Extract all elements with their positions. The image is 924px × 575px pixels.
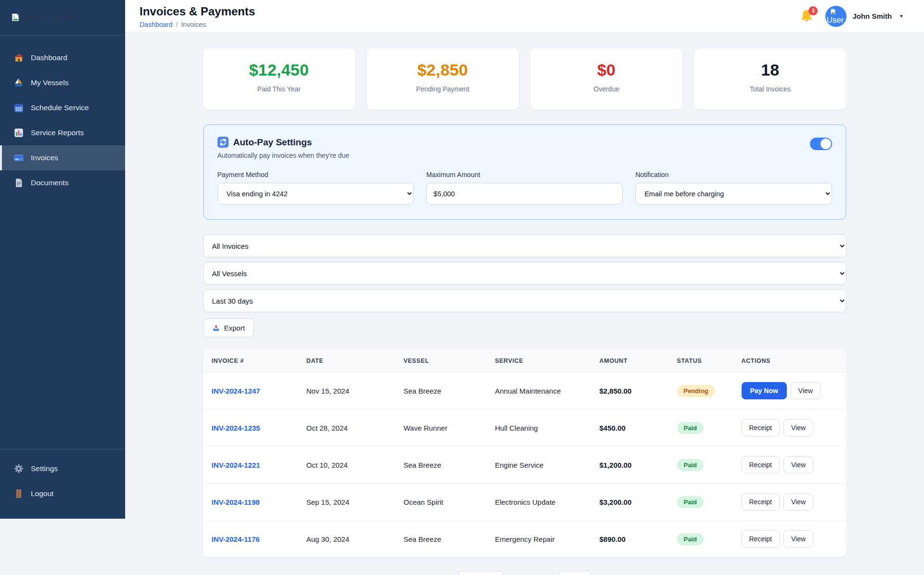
next-page-button[interactable]: Next [558,571,590,575]
invoice-vessel: Wave Runner [399,409,490,447]
sidebar-item-invoices[interactable]: Invoices [0,145,125,170]
column-header-vessel: VESSEL [399,349,490,372]
invoice-service: Electronics Update [490,484,595,521]
export-button-label: Export [224,324,245,332]
invoice-vessel: Ocean Spirit [399,484,490,521]
house-icon [13,52,24,63]
column-header-date: DATE [302,349,399,372]
invoice-link[interactable]: INV-2024-1235 [212,424,260,432]
user-name: John Smith [852,12,892,20]
content: $12,450 Paid This Year $2,850 Pending Pa… [203,33,847,575]
invoice-amount: $3,200.00 [600,498,632,506]
sidebar-item-documents[interactable]: Documents [0,170,125,195]
sidebar-item-settings[interactable]: Settings [0,456,125,481]
previous-page-button[interactable]: Previous [459,571,504,575]
autopay-title-row: Auto-Pay Settings [218,137,349,148]
invoices-table-card: INVOICE # DATE VESSEL SERVICE AMOUNT STA… [203,349,847,557]
invoice-date: Nov 15, 2024 [302,372,399,409]
sidebar-item-service-reports[interactable]: Service Reports [0,120,125,145]
invoice-amount: $1,200.00 [600,461,632,469]
table-row: INV-2024-1247 Nov 15, 2024 Sea Breeze An… [203,372,847,409]
invoice-date: Sep 15, 2024 [302,484,399,521]
invoice-link[interactable]: INV-2024-1198 [212,498,260,506]
date-range-filter-select[interactable]: Last 30 days [203,289,847,312]
column-header-service: SERVICE [490,349,595,372]
broken-image-icon [11,13,20,22]
invoice-link[interactable]: INV-2024-1221 [212,461,260,469]
breadcrumb-current: Invoices [181,21,205,28]
table-row: INV-2024-1221 Oct 10, 2024 Sea Breeze En… [203,447,847,484]
invoice-amount: $890.00 [600,535,626,543]
view-button[interactable]: View [783,530,813,548]
invoice-vessel: Sea Breeze [399,447,490,484]
payment-method-select[interactable]: Visa ending in 4242 [218,183,414,204]
avatar: User [825,6,847,27]
autopay-title: Auto-Pay Settings [233,137,312,148]
sidebar-item-schedule-service[interactable]: Schedule Service [0,95,125,120]
export-icon [212,324,220,332]
notification-select[interactable]: Email me before charging [635,183,832,204]
view-button[interactable]: View [783,493,813,511]
export-button[interactable]: Export [203,319,254,337]
receipt-button[interactable]: Receipt [742,530,780,548]
status-badge: Paid [677,496,704,508]
status-badge: Paid [677,422,704,434]
maximum-amount-input[interactable] [426,183,623,204]
receipt-button[interactable]: Receipt [742,456,780,473]
document-icon [13,178,24,188]
receipt-button[interactable]: Receipt [742,493,780,511]
pay-now-button[interactable]: Pay Now [742,382,787,399]
sidebar-item-label: Documents [31,179,68,187]
stat-card-overdue: $0 Overdue [530,49,682,110]
view-button[interactable]: View [783,456,813,473]
status-badge: Paid [677,533,704,545]
sidebar-item-label: My Vessels [31,78,68,87]
stat-value: $0 [536,61,677,79]
sidebar-item-my-vessels[interactable]: My Vessels [0,70,125,95]
broken-image-icon [830,8,836,15]
sidebar-item-logout[interactable]: Logout [0,481,125,506]
invoice-date: Oct 10, 2024 [302,447,399,484]
pagination: Previous Page 1 of 4 Next [203,571,847,575]
vessel-filter-select[interactable]: All Vessels [203,262,847,285]
bar-chart-icon [13,128,24,138]
autopay-subtitle: Automatically pay invoices when they're … [218,152,349,159]
sidebar-item-label: Service Reports [31,128,84,137]
door-icon [13,488,24,499]
breadcrumb-dashboard-link[interactable]: Dashboard [140,21,173,28]
breadcrumb: Dashboard/Invoices [140,21,255,28]
invoice-amount: $2,850.00 [600,387,632,395]
invoice-date: Oct 28, 2024 [302,409,399,447]
column-header-amount: AMOUNT [595,349,672,372]
app: HarborSmith Dashboard [0,0,924,575]
sidebar-item-dashboard[interactable]: Dashboard [0,45,125,70]
user-menu[interactable]: User John Smith ▼ [825,6,904,27]
sidebar-footer: Settings Logout [0,449,125,516]
avatar-alt-text: User [826,15,844,25]
receipt-button[interactable]: Receipt [742,419,780,436]
invoice-date: Aug 30, 2024 [302,521,399,558]
column-header-invoice: INVOICE # [203,349,302,372]
view-button[interactable]: View [783,419,813,436]
notifications-button[interactable]: 3 [799,8,815,25]
view-button[interactable]: View [791,382,821,399]
invoice-service: Annual Maintenance [490,372,595,409]
invoice-status-filter-select[interactable]: All Invoices [203,234,847,257]
sidebar-nav: Dashboard My Vessels [0,36,125,449]
column-header-actions: ACTIONS [737,349,847,372]
invoice-vessel: Sea Breeze [399,521,490,558]
stat-value: $12,450 [209,61,349,79]
invoice-link[interactable]: INV-2024-1176 [212,535,260,543]
invoice-link[interactable]: INV-2024-1247 [212,387,260,395]
autopay-toggle[interactable] [810,138,832,150]
sidebar-item-label: Invoices [31,153,58,162]
stat-label: Pending Payment [372,85,513,93]
maximum-amount-field: Maximum Amount [426,171,623,204]
autopay-panel: Auto-Pay Settings Automatically pay invo… [203,124,847,220]
filters: All Invoices All Vessels Last 30 days [203,234,847,337]
payment-method-label: Payment Method [218,171,414,179]
calendar-icon [13,102,24,113]
main: Invoices & Payments Dashboard/Invoices 3 [125,0,924,575]
gear-icon [13,463,24,474]
payment-method-field: Payment Method Visa ending in 4242 [218,171,414,204]
